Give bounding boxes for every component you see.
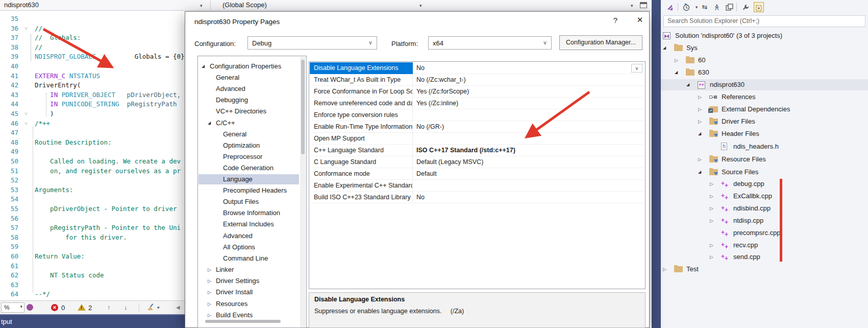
- grid-row-remove-unreferenced[interactable]: Remove unreferenced code and dataYes (/Z…: [310, 98, 644, 109]
- file-scope-dropdown[interactable]: ndisprot630 ▾: [0, 0, 207, 11]
- se-item-header-files[interactable]: ◢ Header Files: [661, 128, 868, 139]
- configuration-dropdown[interactable]: Debug ∨: [247, 36, 377, 50]
- global-scope-dropdown[interactable]: (Global Scope) ▾: [216, 0, 428, 11]
- grid-row-enforce-type-conversion[interactable]: Enforce type conversion rules: [310, 109, 644, 121]
- grid-row-experimental-stdlib[interactable]: Enable Experimental C++ Standard Lib: [310, 180, 644, 192]
- platform-dropdown[interactable]: x64 ∨: [428, 36, 552, 50]
- se-item-send-cpp[interactable]: ▷ ++ send.cpp: [661, 251, 868, 263]
- editor-status-bar: % ▾ ✕ 0 ! 2 ↑ ↓ ▾ ◀: [0, 300, 185, 314]
- properties-wrench-icon[interactable]: [740, 2, 751, 12]
- tree-item-debugging[interactable]: Debugging: [199, 95, 299, 105]
- se-item-source-files[interactable]: ◢ Source Files: [661, 167, 868, 178]
- grid-row-disable-language-extensions[interactable]: Disable Language Extensions No ∨: [310, 62, 644, 74]
- filter-icon: [714, 134, 718, 137]
- folder-icon: [686, 57, 695, 63]
- tree-item-c-cpp[interactable]: ◢C/C++: [199, 118, 299, 128]
- se-item-resource-files[interactable]: ▷ Resource Files: [661, 154, 868, 165]
- grid-row-treat-wchar[interactable]: Treat WChar_t As Built in TypeNo (/Zc:wc…: [310, 74, 644, 86]
- grid-row-force-conformance[interactable]: Force Conformance in For Loop ScopeYes (…: [310, 86, 644, 98]
- tree-item-driver-install[interactable]: ▷Driver Install: [199, 287, 299, 297]
- collapse-all-icon[interactable]: ≪: [712, 2, 722, 12]
- tree-item-general[interactable]: General: [199, 73, 299, 83]
- tree-item-language[interactable]: Language: [199, 174, 299, 184]
- sync-with-active-document-icon[interactable]: ⇆: [700, 2, 710, 12]
- se-item-solution[interactable]: Solution 'ndisprot60' (3 of 3 projects): [661, 30, 868, 41]
- tree-item-preprocessor[interactable]: Preprocessor: [199, 152, 299, 162]
- tree-item-optimization[interactable]: Optimization: [199, 140, 299, 151]
- se-item-ndisbind-cpp[interactable]: ▷ ++ ndisbind.cpp: [661, 203, 868, 214]
- split-window-icon[interactable]: [640, 2, 647, 8]
- code-cleanup-icon[interactable]: [147, 304, 155, 311]
- tree-item-browse-information[interactable]: Browse Information: [199, 208, 299, 218]
- preview-selected-items-icon[interactable]: [724, 2, 734, 12]
- warning-icon[interactable]: !: [78, 304, 86, 311]
- tree-item-command-line[interactable]: Command Line: [199, 253, 299, 264]
- previous-issue-icon[interactable]: ↑: [107, 303, 111, 311]
- se-item-driver-files[interactable]: ▷ Driver Files: [661, 116, 868, 127]
- tree-item-build-events[interactable]: ▷Build Events: [199, 310, 299, 320]
- intellisense-icon[interactable]: [27, 304, 33, 311]
- se-item-60[interactable]: ▷ 60: [661, 55, 868, 66]
- se-item-ndis-headers-h[interactable]: h ndis_headers.h: [661, 141, 868, 152]
- warning-count[interactable]: 2: [88, 304, 92, 312]
- chevron-down-icon[interactable]: ▾: [157, 305, 160, 310]
- se-item-external-dependencies[interactable]: ▷ ↗ External Dependencies: [661, 104, 868, 115]
- pending-changes-icon[interactable]: [681, 2, 691, 12]
- fold-icon[interactable]: ˅: [24, 24, 28, 33]
- fold-icon[interactable]: ˅: [24, 119, 28, 128]
- next-issue-icon[interactable]: ↓: [124, 303, 128, 311]
- configuration-value: Debug: [252, 39, 271, 47]
- tree-item-advanced-cpp[interactable]: Advanced: [199, 231, 299, 241]
- filter-icon: [714, 172, 718, 175]
- grid-row-cpp-language-standard[interactable]: C++ Language StandardISO C++17 Standard …: [310, 145, 644, 156]
- se-item-excallbk-cpp[interactable]: ▷ ++ ExCallbk.cpp: [661, 191, 868, 202]
- tree-item-resources[interactable]: ▷Resources: [199, 299, 299, 309]
- grid-row-c-language-standard[interactable]: C Language StandardDefault (Legacy MSVC): [310, 156, 644, 168]
- show-all-files-icon[interactable]: [754, 2, 764, 12]
- grid-row-conformance-mode[interactable]: Conformance modeDefault: [310, 168, 644, 180]
- se-item-ntdisp-cpp[interactable]: ▷ ++ ntdisp.cpp: [661, 215, 868, 226]
- tree-item-configuration-properties[interactable]: ◢Configuration Properties: [199, 61, 299, 72]
- expanded-icon: ◢: [208, 118, 211, 128]
- se-item-references[interactable]: ▷ References: [661, 91, 868, 103]
- tree-item-vcpp-directories[interactable]: VC++ Directories: [199, 106, 299, 116]
- se-item-precompsrc-cpp[interactable]: ++ precompsrc.cpp: [661, 227, 868, 239]
- solution-explorer-search-input[interactable]: Search Solution Explorer (Ctrl+;): [663, 15, 865, 27]
- switch-views-icon[interactable]: [665, 2, 675, 12]
- tree-item-external-includes[interactable]: External Includes: [199, 219, 299, 229]
- se-item-630[interactable]: ◢ 630: [661, 67, 868, 78]
- scrollbar-thumb[interactable]: [301, 60, 305, 154]
- error-icon[interactable]: ✕: [51, 304, 58, 311]
- output-panel-titlebar[interactable]: tput: [0, 314, 185, 328]
- tree-horizontal-scrollbar[interactable]: [205, 320, 281, 323]
- grid-row-cpp23-stdlib-modules[interactable]: Build ISO C++23 Standard Library ModNo: [310, 192, 644, 203]
- tree-item-linker[interactable]: ▷Linker: [199, 265, 299, 275]
- error-count[interactable]: 0: [61, 304, 65, 312]
- zoom-level-dropdown[interactable]: % ▾: [1, 302, 24, 313]
- tree-item-precompiled-headers[interactable]: Precompiled Headers: [199, 185, 299, 196]
- se-item-test[interactable]: ▷ Test: [661, 264, 868, 275]
- tree-item-general-cpp[interactable]: General: [199, 129, 299, 139]
- property-pages-dialog: ndisprot630 Property Pages ? ✕ Configura…: [185, 11, 650, 328]
- cpp-file-icon: ++: [721, 240, 730, 251]
- panel-splitter[interactable]: [652, 0, 661, 328]
- grid-row-rtti[interactable]: Enable Run-Time Type InformationNo (/GR-…: [310, 121, 644, 133]
- se-item-recv-cpp[interactable]: ▷ ++ recv.cpp: [661, 240, 868, 251]
- tree-item-output-files[interactable]: Output Files: [199, 197, 299, 207]
- tree-vertical-scrollbar[interactable]: [300, 57, 306, 328]
- tree-item-all-options[interactable]: All Options: [199, 242, 299, 252]
- tree-item-driver-settings[interactable]: ▷Driver Settings: [199, 276, 299, 286]
- close-icon[interactable]: ✕: [634, 15, 646, 25]
- fold-icon[interactable]: ˅: [24, 109, 28, 119]
- tree-item-advanced[interactable]: Advanced: [199, 84, 299, 94]
- member-dropdown-icon[interactable]: ▾: [631, 3, 633, 8]
- configuration-manager-button[interactable]: Configuration Manager...: [559, 35, 642, 50]
- se-item-debug-cpp[interactable]: ▷ ++ debug.cpp: [661, 178, 868, 190]
- chevron-down-icon[interactable]: ∨: [631, 64, 642, 73]
- se-item-sys[interactable]: ◢ Sys: [661, 42, 868, 54]
- scroll-left-icon[interactable]: ◀: [176, 304, 180, 310]
- se-item-ndisprot630-project[interactable]: ◢ ++ ndisprot630: [661, 79, 868, 90]
- help-icon[interactable]: ?: [610, 16, 621, 25]
- tree-item-code-generation[interactable]: Code Generation: [199, 163, 299, 173]
- grid-row-openmp[interactable]: Open MP Support: [310, 133, 644, 145]
